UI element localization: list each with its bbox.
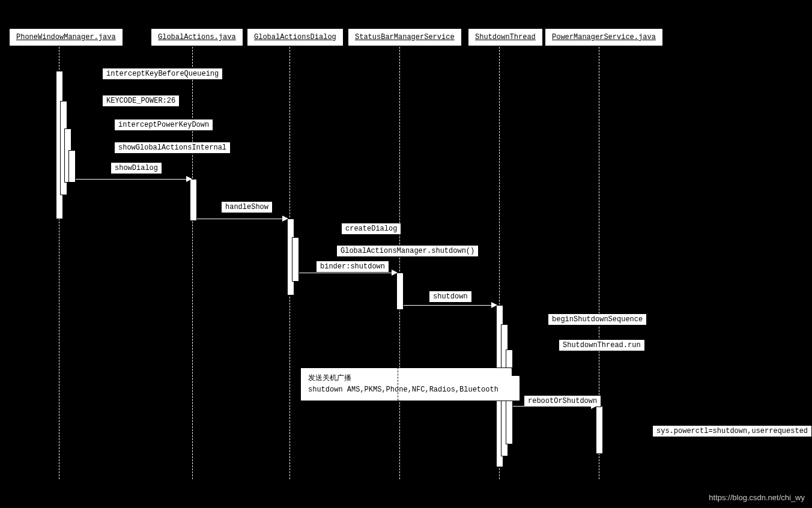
participant-shutdownthread: ShutdownThread bbox=[468, 29, 542, 46]
activation-bar bbox=[68, 150, 76, 183]
msg-rebootorshutdown: rebootOrShutdown bbox=[524, 395, 601, 407]
msg-interceptpowerkeydown: interceptPowerKeyDown bbox=[114, 119, 213, 131]
msg-createdialog: createDialog bbox=[341, 223, 401, 235]
msg-sys-powerctl: sys.powerctl=shutdown,userrequested bbox=[652, 425, 812, 437]
arrow bbox=[76, 179, 189, 180]
msg-globalactionsmanager-shutdown: GlobalActionsManager.shutdown() bbox=[336, 245, 479, 257]
activation-bar bbox=[596, 406, 603, 454]
activation-bar bbox=[190, 179, 197, 221]
lifeline bbox=[192, 47, 193, 479]
msg-shutdownthread-run: ShutdownThread.run bbox=[559, 339, 645, 351]
note-anchor bbox=[398, 367, 398, 404]
participant-phonewindowmanager: PhoneWindowManager.java bbox=[10, 29, 123, 46]
msg-keycode-power: KEYCODE_POWER:26 bbox=[102, 95, 180, 107]
activation-bar bbox=[396, 273, 404, 310]
msg-binder-shutdown: binder:shutdown bbox=[316, 261, 389, 273]
arrow bbox=[513, 406, 595, 407]
note-line2: shutdown AMS,PKMS,Phone,NFC,Radios,Bluet… bbox=[308, 384, 512, 396]
arrowhead-icon bbox=[282, 216, 288, 222]
arrow bbox=[197, 219, 286, 219]
participant-globalactions: GlobalActions.java bbox=[151, 29, 243, 46]
msg-shutdown: shutdown bbox=[429, 291, 472, 303]
msg-beginshutdownsequence: beginShutdownSequence bbox=[548, 313, 647, 325]
arrow bbox=[299, 273, 395, 273]
arrowhead-icon bbox=[491, 302, 497, 308]
arrowhead-icon bbox=[392, 270, 398, 276]
participant-statusbarmanagerservice: StatusBarManagerService bbox=[348, 29, 461, 46]
activation-bar bbox=[292, 237, 299, 282]
arrowhead-icon bbox=[591, 403, 597, 409]
note-shutdown-broadcast: 发送关机广播 shutdown AMS,PKMS,Phone,NFC,Radio… bbox=[300, 367, 520, 401]
arrowhead-icon bbox=[186, 176, 192, 182]
msg-showglobalactionsinternal: showGlobalActionsInternal bbox=[114, 142, 231, 154]
msg-handleshow: handleShow bbox=[221, 201, 273, 213]
watermark-text: https://blog.csdn.net/chi_wy bbox=[709, 493, 805, 502]
participant-powermanagerservice: PowerManagerService.java bbox=[545, 29, 662, 46]
msg-interceptkeybeforequeueing: interceptKeyBeforeQueueing bbox=[102, 68, 223, 80]
participant-globalactionsdialog: GlobalActionsDialog bbox=[247, 29, 343, 46]
lifeline bbox=[399, 47, 400, 479]
msg-showdialog: showDialog bbox=[111, 162, 162, 174]
arrow bbox=[404, 305, 495, 306]
note-line1: 发送关机广播 bbox=[308, 373, 512, 384]
